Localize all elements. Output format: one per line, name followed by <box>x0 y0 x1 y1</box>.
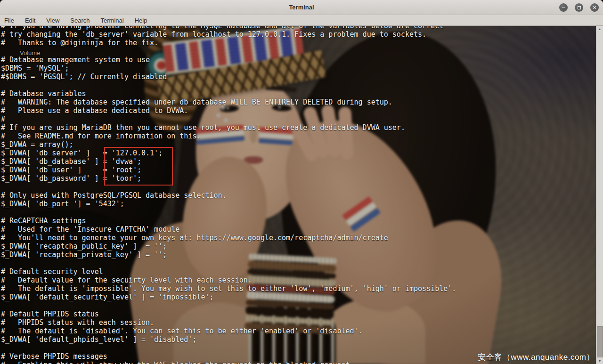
terminal-line <box>1 259 456 267</box>
terminal-line: $_DVWA[ 'default_security_level' ] = 'im… <box>1 293 456 301</box>
menu-item[interactable]: File <box>0 16 18 25</box>
terminal-content-area[interactable]: ✽ ✽ ✽ <box>0 26 603 364</box>
terminal-line: # ReCAPTCHA settings <box>1 217 456 225</box>
terminal-line: # Verbose PHPIDS messages <box>1 352 456 361</box>
terminal-line <box>1 81 456 89</box>
terminal-line: $_DVWA = array(); <box>1 140 456 149</box>
terminal-line: # WARNING: The database specified under … <box>1 98 456 106</box>
minimize-button[interactable]: − <box>559 3 568 12</box>
terminal-line: $_DVWA[ 'db_user' ] = 'root'; <box>1 166 456 174</box>
terminal-line <box>1 208 456 217</box>
scrollbar-thumb[interactable] <box>597 326 603 357</box>
terminal-window: Terminal − ✕ FileEditViewSearchTerminalH… <box>0 0 603 364</box>
maximize-button[interactable] <box>575 3 583 12</box>
maximize-icon <box>578 6 581 9</box>
window-title: Terminal <box>289 4 314 11</box>
scrollbar[interactable]: ▲ ▼ <box>596 26 603 364</box>
minimize-icon: − <box>561 5 565 10</box>
terminal-line <box>1 301 456 310</box>
window-controls: − ✕ <box>559 3 599 12</box>
terminal-line: # The default is 'disabled'. You can set… <box>1 327 456 335</box>
scroll-down-icon[interactable]: ▼ <box>596 358 603 364</box>
terminal-line: # try changing the 'db_server' variable … <box>1 30 456 39</box>
terminal-line: # Used for the 'Insecure CAPTCHA' module <box>1 225 456 234</box>
menu-item[interactable]: Help <box>131 16 151 25</box>
scroll-up-icon[interactable]: ▲ <box>596 26 603 32</box>
terminal-line: # Please use a database dedicated to DVW… <box>1 106 456 115</box>
terminal-line: # Thanks to @digininja for the fix. <box>1 39 456 47</box>
terminal-line: $_DVWA[ 'recaptcha_public_key' ] = ''; <box>1 242 456 251</box>
menu-item[interactable]: View <box>42 16 63 25</box>
terminal-output: # If you are having problems connecting … <box>1 26 456 364</box>
terminal-line: # Only used with PostgreSQL/PGSQL databa… <box>1 191 456 200</box>
terminal-line: #$DBMS = 'PGSQL'; // Currently disabled <box>1 73 456 81</box>
menu-bar: FileEditViewSearchTerminalHelp <box>0 15 603 26</box>
terminal-line: # Enabling this will show why the WAF bl… <box>1 361 456 364</box>
terminal-line: $_DVWA[ 'db_password' ] = 'toor'; <box>1 174 456 183</box>
terminal-line: $_DVWA[ 'db_server' ] = '127.0.0.1'; <box>1 149 456 157</box>
terminal-line: # Database variables <box>1 89 456 98</box>
terminal-line: # If you are having problems connecting … <box>1 26 456 30</box>
terminal-line: # The default is 'impossible'. You may w… <box>1 284 456 293</box>
terminal-line: $_DVWA[ 'db_database' ] = 'dvwa'; <box>1 157 456 166</box>
terminal-line: # <box>1 115 456 123</box>
terminal-line: $_DVWA[ 'db_port '] = '5432'; <box>1 200 456 208</box>
title-bar[interactable]: Terminal − ✕ <box>0 0 603 15</box>
terminal-line: # Database management system to use <box>1 56 456 64</box>
menu-item[interactable]: Search <box>66 16 93 25</box>
terminal-line <box>1 47 456 56</box>
credentials-annotation-box <box>104 147 173 186</box>
terminal-line: # Default security level <box>1 267 456 276</box>
menu-item[interactable]: Terminal <box>97 16 128 25</box>
volume-osd-label: Volume <box>20 49 40 57</box>
terminal-line: # Default PHPIDS status <box>1 310 456 318</box>
terminal-line <box>1 183 456 191</box>
terminal-line: $_DVWA[ 'default_phpids_level' ] = 'disa… <box>1 335 456 344</box>
terminal-line <box>1 344 456 352</box>
menu-item[interactable]: Edit <box>21 16 39 25</box>
terminal-line: $_DVWA[ 'recaptcha_private_key' ] = ''; <box>1 251 456 259</box>
terminal-line: # You'll need to generate your own keys … <box>1 234 456 242</box>
terminal-line: # PHPIDS status with each session. <box>1 318 456 327</box>
terminal-line: # Default value for the secuirty level w… <box>1 276 456 284</box>
terminal-line: # See README.md for more information on … <box>1 132 456 140</box>
terminal-line: $DBMS = 'MySQL'; <box>1 64 456 73</box>
watermark-text: 安全客（www.anquanke.com） <box>478 352 595 363</box>
terminal-line: # If you are using MariaDB then you cann… <box>1 123 456 132</box>
close-button[interactable]: ✕ <box>590 3 599 12</box>
close-icon: ✕ <box>592 5 596 10</box>
